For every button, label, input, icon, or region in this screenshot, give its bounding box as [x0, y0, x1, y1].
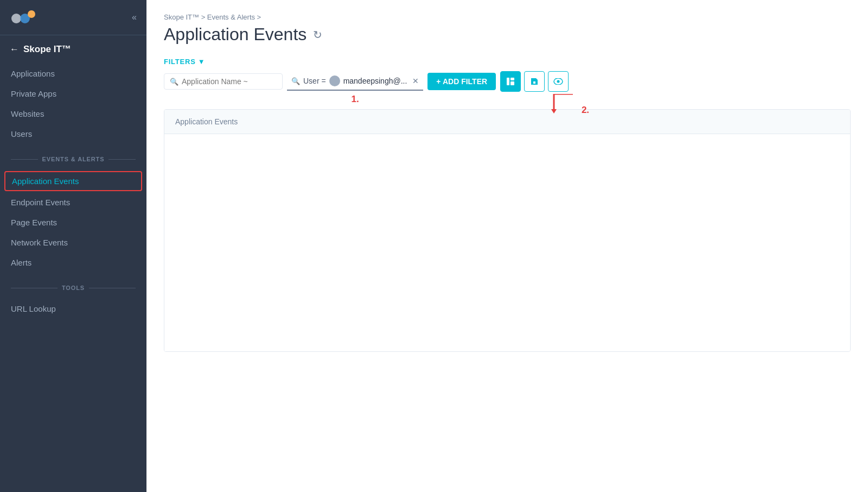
save-icon [530, 77, 539, 86]
user-search-icon: 🔍 [291, 77, 300, 85]
user-filter[interactable]: 🔍 User = mandeepsingh@... ✕ [287, 72, 423, 91]
sidebar-item-private-apps[interactable]: Private Apps [0, 84, 146, 104]
filters-dropdown-icon: ▼ [198, 58, 206, 66]
svg-point-2 [28, 10, 35, 18]
main-panel: Skope IT™ > Events & Alerts > Applicatio… [146, 0, 868, 492]
tools-nav-section: URL Lookup [0, 294, 146, 323]
svg-rect-4 [510, 78, 514, 80]
workspace-label[interactable]: ← Skope IT™ [0, 35, 146, 59]
add-filter-button[interactable]: + ADD FILTER [427, 73, 496, 90]
search-icon: 🔍 [170, 78, 178, 86]
toolbar-buttons: 2. [500, 71, 569, 92]
filters-toggle[interactable]: FILTERS ▼ [164, 58, 851, 66]
svg-rect-5 [510, 81, 514, 85]
logo-icon [10, 9, 37, 26]
table-section: Application Events [164, 109, 851, 352]
sidebar-item-applications[interactable]: Applications [0, 64, 146, 84]
svg-point-0 [11, 14, 21, 23]
user-filter-value: mandeepsingh@... [343, 77, 407, 85]
breadcrumb: Skope IT™ > Events & Alerts > [164, 13, 851, 21]
sidebar: « ← Skope IT™ Applications Private Apps … [0, 0, 146, 492]
save-button[interactable] [524, 71, 545, 92]
filters-label-text: FILTERS [164, 58, 196, 66]
back-arrow-icon: ← [10, 44, 19, 55]
sidebar-item-websites[interactable]: Websites [0, 104, 146, 124]
svg-rect-3 [507, 78, 509, 85]
filter-columns-icon [506, 77, 515, 86]
collapse-button[interactable]: « [132, 12, 137, 22]
logo [10, 9, 37, 26]
page-title-row: Application Events ↻ [164, 24, 851, 45]
app-name-filter[interactable]: 🔍 [164, 73, 283, 90]
table-body [164, 134, 850, 351]
main-nav-section: Applications Private Apps Websites Users [0, 59, 146, 148]
sidebar-item-application-events[interactable]: Application Events [4, 171, 142, 191]
user-avatar [329, 75, 340, 86]
filters-section: FILTERS ▼ 🔍 🔍 User = mandeepsingh@... [164, 58, 851, 92]
app-name-input[interactable] [182, 77, 277, 86]
main-content: Skope IT™ > Events & Alerts > Applicatio… [146, 0, 868, 492]
events-nav-section: Application Events Endpoint Events Page … [0, 166, 146, 277]
user-filter-close-icon[interactable]: ✕ [412, 77, 419, 85]
sidebar-item-alerts[interactable]: Alerts [0, 253, 146, 273]
sidebar-item-users[interactable]: Users [0, 124, 146, 144]
eye-button[interactable] [548, 71, 569, 92]
svg-point-7 [557, 80, 560, 83]
filters-row: 🔍 🔍 User = mandeepsingh@... ✕ 1. [164, 71, 851, 92]
page-title: Application Events [164, 24, 307, 45]
sidebar-item-page-events[interactable]: Page Events [0, 212, 146, 232]
refresh-button[interactable]: ↻ [313, 28, 322, 41]
sidebar-item-url-lookup[interactable]: URL Lookup [0, 299, 146, 319]
events-alerts-section-label: EVENTS & ALERTS [0, 148, 146, 166]
annotation-1: 1. [352, 94, 359, 105]
filter-columns-button[interactable] [500, 71, 521, 92]
sidebar-item-network-events[interactable]: Network Events [0, 232, 146, 253]
sidebar-item-endpoint-events[interactable]: Endpoint Events [0, 192, 146, 212]
tools-section-label: TOOLS [0, 277, 146, 294]
sidebar-header: « [0, 0, 146, 35]
table-header: Application Events [164, 110, 850, 134]
eye-icon [553, 78, 563, 85]
user-filter-label: User = [303, 77, 326, 85]
